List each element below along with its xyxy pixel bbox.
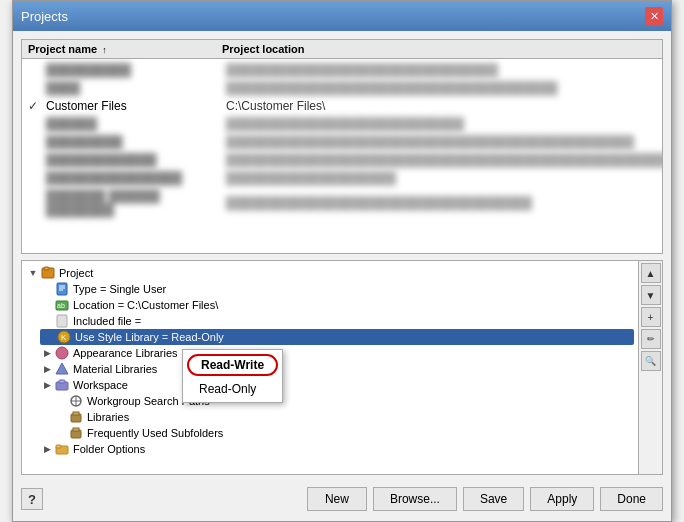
tree-item-location-label: Location = C:\Customer Files\	[73, 299, 218, 311]
tree-item-type[interactable]: Type = Single User	[40, 281, 634, 297]
sort-arrow: ↑	[102, 45, 107, 55]
workspace-expander[interactable]: ▶	[40, 378, 54, 392]
table-row[interactable]: █████████ ██████████████████████████████…	[22, 133, 662, 151]
context-menu-read-only[interactable]: Read-Only	[183, 378, 282, 400]
table-row-customer-files[interactable]: ✓ Customer Files C:\Customer Files\	[22, 97, 662, 115]
location-icon: ab	[54, 298, 70, 312]
dialog-body: Project name ↑ Project location ████████…	[13, 31, 671, 521]
context-menu: Read-Write Read-Only	[182, 349, 283, 403]
save-button[interactable]: Save	[463, 487, 524, 511]
type-icon	[54, 282, 70, 296]
tree-item-location[interactable]: ab Location = C:\Customer Files\	[40, 297, 634, 313]
tree-item-material[interactable]: ▶ Material Libraries	[40, 361, 634, 377]
svg-rect-23	[56, 445, 61, 448]
svg-point-11	[56, 347, 68, 359]
svg-rect-1	[44, 267, 49, 270]
location-expander	[40, 298, 54, 312]
usestyle-icon: K	[56, 330, 72, 344]
tree-item-frequently-label: Frequently Used Subfolders	[87, 427, 223, 439]
apply-button[interactable]: Apply	[530, 487, 594, 511]
tree-item-material-label: Material Libraries	[73, 363, 157, 375]
svg-rect-21	[73, 428, 79, 431]
material-icon	[54, 362, 70, 376]
col-name-header: Project name ↑	[28, 43, 218, 55]
footer-right: New Browse... Save Apply Done	[307, 487, 663, 511]
workgroup-icon	[68, 394, 84, 408]
included-icon	[54, 314, 70, 328]
projects-dialog: Projects ✕ Project name ↑ Project locati…	[12, 0, 672, 522]
search-button[interactable]: 🔍	[641, 351, 661, 371]
svg-rect-2	[57, 283, 67, 295]
svg-rect-8	[57, 315, 67, 327]
add-button[interactable]: +	[641, 307, 661, 327]
table-row[interactable]: █████████████ ██████████████████████████…	[22, 151, 662, 169]
tree-item-appearance[interactable]: ▶ Appearance Libraries	[40, 345, 634, 361]
tree-root[interactable]: ▼ Project	[26, 265, 634, 281]
new-button[interactable]: New	[307, 487, 367, 511]
table-row[interactable]: ███████ ██████ ████████ ████████████████…	[22, 187, 662, 219]
type-expander	[40, 282, 54, 296]
tree-item-workgroup[interactable]: Workgroup Search Paths	[54, 393, 634, 409]
workgroup-expander	[54, 394, 68, 408]
tree-item-libraries[interactable]: Libraries	[54, 409, 634, 425]
root-expander[interactable]: ▼	[26, 266, 40, 280]
tree-item-folder-label: Folder Options	[73, 443, 145, 455]
folder-expander[interactable]: ▶	[40, 442, 54, 456]
table-row[interactable]: ██████ ████████████████████████████	[22, 115, 662, 133]
tree-root-label: Project	[59, 267, 93, 279]
appearance-expander[interactable]: ▶	[40, 346, 54, 360]
tree-item-included-label: Included file =	[73, 315, 141, 327]
folder-icon	[54, 442, 70, 456]
tree-item-usestyle-label: Use Style Library = Read-Only	[75, 331, 224, 343]
tree-item-libraries-label: Libraries	[87, 411, 129, 423]
footer: ? New Browse... Save Apply Done	[21, 481, 663, 513]
projects-table: Project name ↑ Project location ████████…	[21, 39, 663, 254]
usestyle-expander	[42, 330, 56, 344]
material-expander[interactable]: ▶	[40, 362, 54, 376]
help-button[interactable]: ?	[21, 488, 43, 510]
bottom-panel: ▼ Project Type = Single User	[21, 260, 663, 475]
context-menu-read-write[interactable]: Read-Write	[187, 354, 278, 376]
tree-item-appearance-label: Appearance Libraries	[73, 347, 178, 359]
libraries-expander	[54, 410, 68, 424]
col-location-header: Project location	[222, 43, 656, 55]
edit-button[interactable]: ✏	[641, 329, 661, 349]
browse-button[interactable]: Browse...	[373, 487, 457, 511]
frequently-expander	[54, 426, 68, 440]
workspace-icon	[54, 378, 70, 392]
sidebar-buttons: ▲ ▼ + ✏ 🔍	[638, 261, 662, 474]
svg-rect-14	[59, 380, 65, 383]
done-button[interactable]: Done	[600, 487, 663, 511]
table-row[interactable]: ████████████████ ████████████████████	[22, 169, 662, 187]
svg-text:ab: ab	[57, 302, 65, 309]
title-bar: Projects ✕	[13, 1, 671, 31]
row-check: ✓	[28, 99, 42, 113]
scroll-up-button[interactable]: ▲	[641, 263, 661, 283]
tree-item-frequently[interactable]: Frequently Used Subfolders	[54, 425, 634, 441]
tree-item-workspace-label: Workspace	[73, 379, 128, 391]
tree-item-folder[interactable]: ▶ Folder Options	[40, 441, 634, 457]
tree-item-workspace[interactable]: ▶ Workspace	[40, 377, 634, 393]
tree-item-included[interactable]: Included file =	[40, 313, 634, 329]
project-icon	[40, 266, 56, 280]
included-expander	[40, 314, 54, 328]
frequently-icon	[68, 426, 84, 440]
table-body[interactable]: ██████████ █████████████████████████████…	[22, 59, 662, 253]
tree-item-type-label: Type = Single User	[73, 283, 166, 295]
svg-rect-19	[73, 412, 79, 415]
scroll-down-button[interactable]: ▼	[641, 285, 661, 305]
tree-item-usestyle[interactable]: K Use Style Library = Read-Only	[40, 329, 634, 345]
footer-left: ?	[21, 488, 43, 510]
table-row[interactable]: ██████████ █████████████████████████████…	[22, 61, 662, 79]
libraries-icon	[68, 410, 84, 424]
appearance-icon	[54, 346, 70, 360]
svg-marker-12	[56, 363, 68, 374]
tree-container: ▼ Project Type = Single User	[22, 261, 638, 474]
svg-text:K: K	[61, 333, 67, 342]
table-header: Project name ↑ Project location	[22, 40, 662, 59]
table-row[interactable]: ████ ███████████████████████████████████…	[22, 79, 662, 97]
dialog-title: Projects	[21, 9, 68, 24]
close-button[interactable]: ✕	[645, 7, 663, 25]
